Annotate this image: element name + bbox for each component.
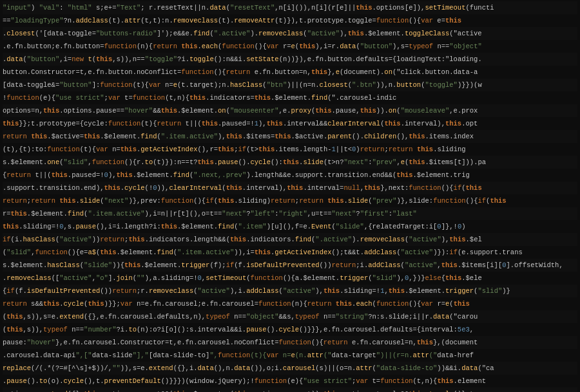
code-editor: "input") "val": "html" s;e+="Text"; r.re… [0, 0, 580, 392]
code-line: return s&&this.cycle(this)}};var n=e.fn.… [3, 297, 577, 310]
code-line: .pause().to(o).cycle(),t.preventDefault(… [3, 375, 577, 387]
code-line: (this,s)),typeof n=="number"?i.to(n):o?i… [3, 323, 577, 336]
code-line: button.Constructor=t,e.fn.button.noConfl… [3, 66, 577, 79]
code-line: .data("button",i=new t(this,s)),n=="togg… [3, 53, 577, 66]
code-line: return this.$active=this.$element.find("… [3, 130, 577, 143]
code-line: .closest('[data-toggle="buttons-radio"]'… [3, 27, 577, 40]
code-line: .e.fn.button;e.fn.button=function(n){ret… [3, 40, 577, 53]
code-line: r=this.$element.find(".item.active"),i=n… [3, 207, 577, 220]
code-line: replace(/(.*(?=#[^\s]+$))/,"")),s=e.exte… [3, 362, 577, 375]
code-line: ("slid",function(){e=a$(this.$element.fi… [3, 246, 577, 259]
code-line: s.$element.one("slid",function(){r.to(t)… [3, 156, 577, 169]
code-line: this.sliding=!0,s.pause(),i=i.length?i:t… [3, 220, 577, 233]
code-line: this}};t.prototype={cycle:function(t){re… [3, 117, 577, 130]
code-line: [data-toggle&="button"]:function(t){var … [3, 79, 577, 91]
code-line: return;return this.slide("next")},prev:f… [3, 194, 577, 207]
code-line: options=e.extend({},this.options.parent&… [3, 387, 577, 392]
code-line: if(i.hasClass("active"))return;this.indi… [3, 233, 577, 246]
code-line: options=n,this.options.pause=="hover"&&t… [3, 104, 577, 117]
code-line: .support.transition.end),this.cycle(!0))… [3, 182, 577, 194]
code-line: {if(f.isDefaultPrevented())return;r.remo… [3, 285, 577, 297]
code-line: .removeclass(["active","o"].join(""),a.s… [3, 272, 577, 285]
code-line: pause:"hover"},e.fn.carousel.Constructor… [3, 336, 577, 349]
code-line: "input") "val": "html" s;e+="Text"; r.re… [3, 1, 577, 14]
code-line: (t),{t):to:function(t){var n=this.getAct… [3, 143, 577, 156]
code-line: !function(e){"use strict";var t=function… [3, 91, 577, 104]
code-line: .carousel.data-api",["data-slide"],"[dat… [3, 349, 577, 362]
code-line: s.$element.hasClass("slide")){this.$elem… [3, 259, 577, 272]
code-line: {return t||(this.paused=!0),this.$elemen… [3, 169, 577, 182]
code-line: =="loadingType"?n.addclass(t).attr(t,t):… [3, 14, 577, 27]
code-line: (this,s)),s=e.extend({},e.fn.carousel.de… [3, 310, 577, 323]
